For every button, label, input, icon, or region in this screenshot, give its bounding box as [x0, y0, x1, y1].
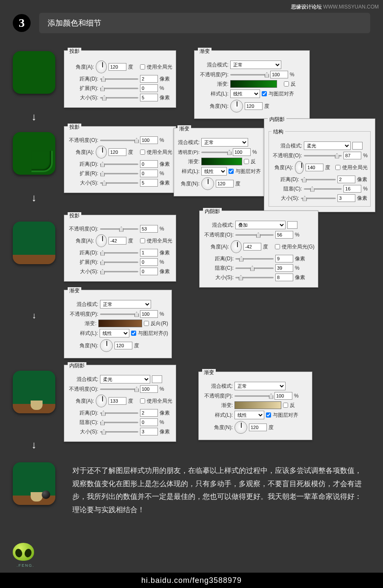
angle-input[interactable]: [216, 180, 234, 187]
opacity-slider[interactable]: [201, 152, 231, 153]
align-checkbox[interactable]: [262, 91, 267, 96]
global-light-checkbox[interactable]: [275, 244, 280, 249]
blend-select[interactable]: 正常: [230, 61, 281, 69]
angle-dial[interactable]: [231, 240, 242, 253]
blend-select[interactable]: 柔光: [304, 141, 351, 150]
choke-slider[interactable]: [304, 188, 342, 190]
choke-input[interactable]: [275, 264, 293, 272]
spread-slider[interactable]: [100, 173, 138, 174]
spread-input[interactable]: [140, 258, 158, 266]
size-slider[interactable]: [235, 277, 274, 278]
size-input[interactable]: [275, 274, 293, 281]
opacity-slider[interactable]: [100, 389, 138, 390]
angle-input[interactable]: [114, 342, 132, 349]
size-input[interactable]: [140, 94, 158, 101]
align-checkbox[interactable]: [131, 331, 136, 336]
color-swatch[interactable]: [152, 375, 162, 383]
distance-slider[interactable]: [100, 78, 138, 80]
reverse-checkbox[interactable]: [244, 159, 249, 164]
opacity-slider[interactable]: [304, 155, 342, 156]
opacity-slider[interactable]: [235, 234, 274, 236]
size-input[interactable]: [337, 194, 355, 202]
distance-slider[interactable]: [100, 412, 138, 414]
opacity-slider[interactable]: [100, 314, 138, 315]
gradient-picker[interactable]: [98, 320, 143, 327]
distance-input[interactable]: [140, 160, 158, 168]
angle-input[interactable]: [245, 102, 263, 110]
style-select[interactable]: 线性: [201, 167, 227, 176]
spread-slider[interactable]: [100, 262, 138, 263]
global-light-checkbox[interactable]: [140, 64, 145, 69]
angle-input[interactable]: [109, 148, 126, 156]
global-light-checkbox[interactable]: [140, 398, 145, 404]
blend-select[interactable]: 正常: [201, 138, 248, 147]
opacity-input[interactable]: [270, 71, 288, 78]
angle-dial[interactable]: [100, 339, 113, 352]
distance-slider[interactable]: [100, 164, 138, 165]
blend-select[interactable]: 叠加: [235, 221, 286, 229]
opacity-slider[interactable]: [100, 228, 138, 230]
opacity-input[interactable]: [140, 385, 158, 393]
distance-slider[interactable]: [301, 179, 336, 180]
opacity-input[interactable]: [233, 148, 251, 156]
opacity-input[interactable]: [275, 231, 293, 239]
angle-dial[interactable]: [295, 161, 304, 174]
gradient-picker[interactable]: [234, 401, 281, 409]
choke-slider[interactable]: [235, 268, 274, 269]
angle-dial[interactable]: [96, 61, 107, 73]
opacity-input[interactable]: [140, 225, 158, 233]
size-slider[interactable]: [100, 182, 138, 184]
opacity-slider[interactable]: [230, 74, 269, 75]
angle-input[interactable]: [109, 397, 126, 405]
size-slider[interactable]: [100, 97, 138, 98]
distance-input[interactable]: [140, 409, 158, 417]
angle-dial[interactable]: [96, 234, 107, 247]
size-slider[interactable]: [301, 198, 336, 199]
align-checkbox[interactable]: [229, 169, 234, 174]
size-input[interactable]: [140, 268, 158, 275]
spread-slider[interactable]: [100, 88, 138, 89]
choke-input[interactable]: [140, 418, 158, 426]
angle-dial[interactable]: [230, 100, 243, 112]
opacity-input[interactable]: [140, 136, 158, 144]
size-input[interactable]: [140, 179, 158, 187]
distance-slider[interactable]: [100, 252, 138, 254]
angle-input[interactable]: [109, 237, 126, 245]
spread-input[interactable]: [140, 84, 158, 92]
global-light-checkbox[interactable]: [140, 150, 145, 155]
distance-input[interactable]: [275, 255, 293, 262]
gradient-picker[interactable]: [230, 80, 277, 88]
distance-input[interactable]: [337, 176, 355, 183]
size-input[interactable]: [140, 428, 158, 435]
reverse-checkbox[interactable]: [283, 403, 288, 408]
size-slider[interactable]: [100, 271, 138, 272]
angle-input[interactable]: [243, 243, 261, 251]
choke-input[interactable]: [343, 185, 361, 193]
angle-dial[interactable]: [234, 421, 247, 434]
blend-select[interactable]: 正常: [100, 300, 151, 308]
spread-input[interactable]: [140, 170, 158, 177]
global-light-checkbox[interactable]: [335, 165, 340, 170]
angle-dial[interactable]: [96, 146, 107, 159]
size-slider[interactable]: [100, 431, 138, 432]
opacity-input[interactable]: [274, 392, 292, 400]
opacity-input[interactable]: [140, 310, 158, 318]
color-swatch[interactable]: [287, 221, 297, 229]
global-light-checkbox[interactable]: [140, 238, 145, 243]
distance-slider[interactable]: [235, 258, 274, 259]
angle-input[interactable]: [109, 63, 126, 71]
reverse-checkbox[interactable]: [144, 321, 149, 326]
distance-input[interactable]: [140, 249, 158, 257]
angle-input[interactable]: [249, 424, 267, 431]
style-select[interactable]: 线性: [100, 329, 129, 337]
color-swatch[interactable]: [352, 142, 363, 150]
gradient-picker[interactable]: [201, 158, 242, 165]
angle-input[interactable]: [306, 164, 323, 171]
opacity-slider[interactable]: [234, 395, 273, 397]
blend-select[interactable]: 柔光: [100, 375, 150, 383]
style-select[interactable]: 线性: [230, 89, 260, 98]
align-checkbox[interactable]: [266, 412, 271, 418]
distance-input[interactable]: [140, 75, 158, 83]
style-select[interactable]: 线性: [234, 411, 264, 419]
reverse-checkbox[interactable]: [284, 81, 289, 86]
